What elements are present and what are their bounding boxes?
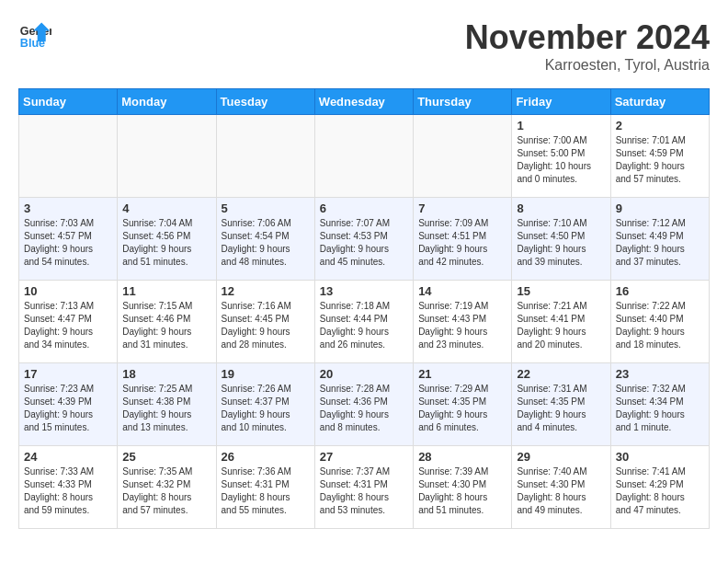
day-number: 26 [222,450,310,464]
calendar-cell: 24Sunrise: 7:33 AM Sunset: 4:33 PM Dayli… [19,446,118,529]
weekday-header-tuesday: Tuesday [216,89,314,115]
calendar-week-row: 1Sunrise: 7:00 AM Sunset: 5:00 PM Daylig… [19,115,710,198]
day-number: 28 [418,450,506,464]
day-number: 15 [517,284,605,298]
day-number: 13 [320,284,408,298]
day-number: 3 [24,201,112,215]
day-number: 9 [616,201,704,215]
calendar-cell: 13Sunrise: 7:18 AM Sunset: 4:44 PM Dayli… [314,281,413,363]
weekday-header-saturday: Saturday [610,89,709,115]
calendar-cell: 2Sunrise: 7:01 AM Sunset: 4:59 PM Daylig… [610,115,709,198]
calendar-week-row: 10Sunrise: 7:13 AM Sunset: 4:47 PM Dayli… [19,281,710,363]
day-info: Sunrise: 7:10 AM Sunset: 4:50 PM Dayligh… [517,217,605,269]
day-info: Sunrise: 7:07 AM Sunset: 4:53 PM Dayligh… [320,217,408,269]
day-info: Sunrise: 7:09 AM Sunset: 4:51 PM Dayligh… [418,217,506,269]
day-number: 12 [222,284,310,298]
month-title: November 2024 [465,18,710,57]
day-info: Sunrise: 7:25 AM Sunset: 4:38 PM Dayligh… [122,383,210,434]
calendar-cell: 19Sunrise: 7:26 AM Sunset: 4:37 PM Dayli… [216,363,314,446]
day-info: Sunrise: 7:40 AM Sunset: 4:30 PM Dayligh… [517,465,605,517]
day-info: Sunrise: 7:33 AM Sunset: 4:33 PM Dayligh… [24,465,112,517]
day-number: 23 [616,367,704,381]
day-number: 20 [320,367,408,381]
day-info: Sunrise: 7:37 AM Sunset: 4:31 PM Dayligh… [320,465,408,517]
calendar-cell: 28Sunrise: 7:39 AM Sunset: 4:30 PM Dayli… [414,446,512,529]
calendar-cell: 18Sunrise: 7:25 AM Sunset: 4:38 PM Dayli… [118,363,216,446]
day-info: Sunrise: 7:06 AM Sunset: 4:54 PM Dayligh… [222,217,310,269]
calendar-cell: 26Sunrise: 7:36 AM Sunset: 4:31 PM Dayli… [216,446,314,529]
calendar-cell: 16Sunrise: 7:22 AM Sunset: 4:40 PM Dayli… [610,281,709,363]
calendar-cell: 22Sunrise: 7:31 AM Sunset: 4:35 PM Dayli… [512,363,610,446]
day-number: 14 [418,284,506,298]
weekday-header-thursday: Thursday [414,89,512,115]
logo-icon: General Blue [18,18,51,52]
calendar-cell: 17Sunrise: 7:23 AM Sunset: 4:39 PM Dayli… [19,363,118,446]
day-number: 27 [320,450,408,464]
day-number: 11 [122,284,210,298]
day-info: Sunrise: 7:00 AM Sunset: 5:00 PM Dayligh… [517,134,605,186]
day-info: Sunrise: 7:39 AM Sunset: 4:30 PM Dayligh… [418,465,506,517]
day-number: 1 [517,119,605,132]
calendar-cell: 1Sunrise: 7:00 AM Sunset: 5:00 PM Daylig… [512,115,610,198]
calendar-cell: 4Sunrise: 7:04 AM Sunset: 4:56 PM Daylig… [118,198,216,281]
calendar-cell: 5Sunrise: 7:06 AM Sunset: 4:54 PM Daylig… [216,198,314,281]
day-info: Sunrise: 7:03 AM Sunset: 4:57 PM Dayligh… [24,217,112,269]
day-info: Sunrise: 7:19 AM Sunset: 4:43 PM Dayligh… [418,300,506,351]
day-info: Sunrise: 7:22 AM Sunset: 4:40 PM Dayligh… [616,300,704,351]
day-info: Sunrise: 7:28 AM Sunset: 4:36 PM Dayligh… [320,383,408,434]
day-info: Sunrise: 7:32 AM Sunset: 4:34 PM Dayligh… [616,383,704,434]
day-info: Sunrise: 7:12 AM Sunset: 4:49 PM Dayligh… [616,217,704,269]
calendar-cell [118,115,216,198]
day-info: Sunrise: 7:18 AM Sunset: 4:44 PM Dayligh… [320,300,408,351]
day-info: Sunrise: 7:29 AM Sunset: 4:35 PM Dayligh… [418,383,506,434]
calendar-cell: 8Sunrise: 7:10 AM Sunset: 4:50 PM Daylig… [512,198,610,281]
calendar-cell: 3Sunrise: 7:03 AM Sunset: 4:57 PM Daylig… [19,198,118,281]
weekday-header-sunday: Sunday [19,89,118,115]
day-info: Sunrise: 7:16 AM Sunset: 4:45 PM Dayligh… [222,300,310,351]
calendar-cell: 27Sunrise: 7:37 AM Sunset: 4:31 PM Dayli… [314,446,413,529]
day-number: 4 [122,201,210,215]
calendar-week-row: 3Sunrise: 7:03 AM Sunset: 4:57 PM Daylig… [19,198,710,281]
weekday-header-row: SundayMondayTuesdayWednesdayThursdayFrid… [19,89,710,115]
day-number: 19 [222,367,310,381]
calendar-cell: 30Sunrise: 7:41 AM Sunset: 4:29 PM Dayli… [610,446,709,529]
day-info: Sunrise: 7:15 AM Sunset: 4:46 PM Dayligh… [122,300,210,351]
day-number: 16 [616,284,704,298]
calendar-cell: 23Sunrise: 7:32 AM Sunset: 4:34 PM Dayli… [610,363,709,446]
calendar-cell [19,115,118,198]
day-info: Sunrise: 7:35 AM Sunset: 4:32 PM Dayligh… [122,465,210,517]
day-number: 30 [616,450,704,464]
logo: General Blue [18,18,51,52]
calendar-cell [216,115,314,198]
day-number: 10 [24,284,112,298]
calendar-week-row: 17Sunrise: 7:23 AM Sunset: 4:39 PM Dayli… [19,363,710,446]
day-number: 29 [517,450,605,464]
day-info: Sunrise: 7:31 AM Sunset: 4:35 PM Dayligh… [517,383,605,434]
calendar-cell [314,115,413,198]
day-info: Sunrise: 7:41 AM Sunset: 4:29 PM Dayligh… [616,465,704,517]
day-number: 5 [222,201,310,215]
location-subtitle: Karroesten, Tyrol, Austria [465,57,710,74]
calendar-cell: 7Sunrise: 7:09 AM Sunset: 4:51 PM Daylig… [414,198,512,281]
day-number: 24 [24,450,112,464]
calendar-cell: 12Sunrise: 7:16 AM Sunset: 4:45 PM Dayli… [216,281,314,363]
day-info: Sunrise: 7:36 AM Sunset: 4:31 PM Dayligh… [222,465,310,517]
calendar-cell: 10Sunrise: 7:13 AM Sunset: 4:47 PM Dayli… [19,281,118,363]
day-number: 6 [320,201,408,215]
page-header: General Blue November 2024 Karroesten, T… [18,18,710,74]
title-section: November 2024 Karroesten, Tyrol, Austria [465,18,710,74]
calendar-cell: 29Sunrise: 7:40 AM Sunset: 4:30 PM Dayli… [512,446,610,529]
day-info: Sunrise: 7:04 AM Sunset: 4:56 PM Dayligh… [122,217,210,269]
calendar-week-row: 24Sunrise: 7:33 AM Sunset: 4:33 PM Dayli… [19,446,710,529]
day-number: 2 [616,119,704,132]
day-number: 8 [517,201,605,215]
calendar-cell: 11Sunrise: 7:15 AM Sunset: 4:46 PM Dayli… [118,281,216,363]
calendar-cell: 9Sunrise: 7:12 AM Sunset: 4:49 PM Daylig… [610,198,709,281]
calendar-cell: 21Sunrise: 7:29 AM Sunset: 4:35 PM Dayli… [414,363,512,446]
day-info: Sunrise: 7:01 AM Sunset: 4:59 PM Dayligh… [616,134,704,186]
weekday-header-friday: Friday [512,89,610,115]
day-info: Sunrise: 7:13 AM Sunset: 4:47 PM Dayligh… [24,300,112,351]
calendar-table: SundayMondayTuesdayWednesdayThursdayFrid… [18,88,710,529]
day-info: Sunrise: 7:23 AM Sunset: 4:39 PM Dayligh… [24,383,112,434]
day-number: 25 [122,450,210,464]
